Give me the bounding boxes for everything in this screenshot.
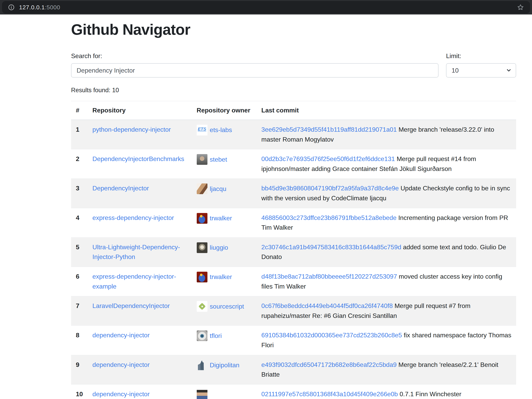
repository-link[interactable]: Ultra-Lightweight-Dependency-Injector-Py…: [93, 244, 180, 261]
owner-name: Digipolitan: [210, 362, 239, 369]
col-header-owner: Repository owner: [192, 101, 257, 120]
search-form: Search for: Limit: 10: [71, 52, 516, 78]
repository-owner-link[interactable]: stebet: [197, 155, 227, 163]
row-number: 3: [71, 179, 88, 208]
results-summary: Results found: 10: [71, 87, 516, 94]
table-row: 7 LaravelDependencyInjector sourcescript…: [71, 296, 516, 326]
commit-hash-link[interactable]: 3ee629eb5d7349d55f41b119aff81dd219071a01: [261, 126, 397, 133]
page-title: Github Navigator: [71, 21, 516, 38]
table-row: 2 DependencyInjectorBenchmarks stebet 00…: [71, 149, 516, 179]
row-number: 7: [71, 296, 88, 326]
commit-hash-link[interactable]: d48f13be8ac712abf80bbeeee5f120227d253097: [261, 273, 397, 280]
commit-hash-link[interactable]: 0c67f6be8eddcd4449eb4044f5df0ca26f4740f8: [261, 302, 393, 309]
row-number: 4: [71, 208, 88, 237]
repository-link[interactable]: dependency-injector: [93, 331, 150, 339]
commit-hash-link[interactable]: 2c30746c1a91b4947583416c833b1644a85c759d: [261, 244, 401, 251]
row-number: 8: [71, 326, 88, 355]
owner-avatar-icon: [197, 301, 208, 312]
search-input[interactable]: [71, 63, 438, 78]
row-number: 1: [71, 120, 88, 149]
owner-name: trwalker: [210, 273, 232, 280]
owner-avatar-icon: [197, 389, 208, 399]
repository-owner-link[interactable]: trwalker: [197, 273, 232, 280]
owner-avatar-icon: [197, 360, 208, 371]
repository-owner-link[interactable]: ETSets-labs: [197, 126, 232, 133]
owner-name: ets-labs: [210, 126, 232, 134]
limit-select[interactable]: 10: [446, 63, 516, 78]
address-bar[interactable]: 127.0.0.1:5000: [2, 1, 530, 13]
owner-name: tflori: [210, 332, 222, 339]
row-number: 9: [71, 355, 88, 384]
commit-hash-link[interactable]: 00d2b3c7e76935d76f25ee50f6d1f2ef6ddce131: [261, 155, 395, 162]
repository-link[interactable]: DependencyInjector: [93, 185, 149, 192]
commit-hash-link[interactable]: bb45d9e3b98608047190bf72a95fa9a37d8c4e9e: [261, 185, 399, 192]
table-row: 9 dependency-injector Digipolitan e493f9…: [71, 355, 516, 384]
browser-toolbar: 127.0.0.1:5000: [0, 0, 532, 14]
table-row: 3 DependencyInjector ljacqu bb45d9e3b986…: [71, 179, 516, 208]
owner-avatar-icon: [197, 213, 208, 224]
commit-message: 0.7.1 Finn Winchester: [399, 391, 461, 398]
owner-avatar-icon: [197, 242, 208, 253]
table-header-row: # Repository Repository owner Last commi…: [71, 101, 516, 120]
row-number: 10: [71, 384, 88, 399]
results-table-body: 1 python-dependency-injector ETSets-labs…: [71, 120, 516, 399]
commit-hash-link[interactable]: 69105384b61032d000365ee737cd2523b260c8e5: [261, 331, 402, 339]
col-header-num: #: [71, 101, 88, 120]
owner-avatar-icon: [197, 184, 208, 194]
commit-hash-link[interactable]: 02111997e57c85801368f43a10d45f409e266e0b: [261, 391, 398, 398]
owner-name: liuggio: [210, 244, 228, 251]
repository-link[interactable]: express-dependency-injector-example: [93, 273, 176, 290]
table-row: 1 python-dependency-injector ETSets-labs…: [71, 120, 516, 149]
owner-avatar-icon: [197, 330, 208, 341]
limit-label: Limit:: [446, 52, 516, 60]
owner-avatar-icon: [197, 272, 208, 282]
table-row: 10 dependency-injector FinnWinchester 02…: [71, 384, 516, 399]
url-host: 127.0.0.1: [19, 4, 45, 11]
repository-owner-link[interactable]: ljacqu: [197, 185, 227, 192]
table-row: 6 express-dependency-injector-example tr…: [71, 267, 516, 296]
url-text: 127.0.0.1:5000: [19, 4, 60, 11]
col-header-repository: Repository: [88, 101, 192, 120]
table-row: 5 Ultra-Lightweight-Dependency-Injector-…: [71, 237, 516, 267]
page-content: Github Navigator Search for: Limit: 10 R…: [0, 21, 532, 399]
repository-link[interactable]: express-dependency-injector: [93, 214, 174, 221]
row-number: 5: [71, 237, 88, 267]
table-row: 4 express-dependency-injector trwalker 4…: [71, 208, 516, 237]
owner-name: ljacqu: [210, 185, 227, 192]
results-table: # Repository Repository owner Last commi…: [71, 101, 516, 399]
owner-name: trwalker: [210, 215, 232, 222]
row-number: 2: [71, 149, 88, 179]
bookmark-star-icon[interactable]: [517, 4, 524, 11]
owner-name: sourcescript: [210, 303, 244, 310]
col-header-last-commit: Last commit: [257, 101, 516, 120]
table-row: 8 dependency-injector tflori 69105384b61…: [71, 326, 516, 355]
page-info-icon[interactable]: [8, 4, 15, 11]
search-label: Search for:: [71, 52, 438, 60]
commit-hash-link[interactable]: e493f9032dfcd65047172b682e8b6eaf22c5bda9: [261, 361, 397, 368]
repository-owner-link[interactable]: sourcescript: [197, 302, 244, 310]
repository-link[interactable]: python-dependency-injector: [93, 126, 171, 133]
commit-hash-link[interactable]: 468856003c273dffce23b86791fbbe512a8ebede: [261, 214, 397, 221]
repository-owner-link[interactable]: FinnWinchester: [197, 391, 241, 399]
row-number: 6: [71, 267, 88, 296]
repository-owner-link[interactable]: Digipolitan: [197, 361, 239, 368]
owner-avatar-icon: ETS: [197, 125, 208, 135]
repository-link[interactable]: LaravelDependencyInjector: [93, 302, 170, 309]
owner-avatar-icon: [197, 154, 208, 165]
repository-owner-link[interactable]: tflori: [197, 332, 222, 339]
owner-name: stebet: [210, 156, 227, 163]
limit-group: Limit: 10: [446, 52, 516, 78]
repository-owner-link[interactable]: trwalker: [197, 214, 232, 221]
repository-link[interactable]: DependencyInjectorBenchmarks: [93, 155, 184, 162]
url-port: :5000: [45, 4, 60, 11]
repository-link[interactable]: dependency-injector: [93, 361, 150, 368]
search-group: Search for:: [71, 52, 438, 78]
repository-link[interactable]: dependency-injector: [93, 391, 150, 398]
repository-owner-link[interactable]: liuggio: [197, 244, 228, 251]
